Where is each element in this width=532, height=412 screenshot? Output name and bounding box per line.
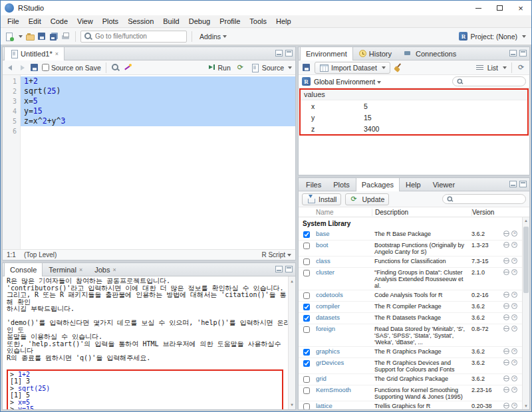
packages-scrollbar[interactable]: ▲ ▼: [522, 217, 529, 409]
package-checkbox[interactable]: [303, 349, 310, 356]
maximize-button[interactable]: [489, 1, 510, 15]
new-file-icon[interactable]: [5, 32, 14, 41]
code-line[interactable]: z=x^2+y^3: [21, 116, 295, 126]
menu-profile[interactable]: Profile: [215, 17, 245, 25]
package-remove-icon[interactable]: [511, 360, 517, 365]
tab-untitled1[interactable]: Untitled1* ×: [4, 47, 65, 60]
package-home-icon[interactable]: [503, 375, 509, 381]
package-checkbox[interactable]: [303, 292, 310, 299]
environment-tab-history[interactable]: History: [353, 47, 398, 60]
environment-scope-selector[interactable]: Global Environment: [314, 78, 381, 86]
package-home-icon[interactable]: [503, 303, 509, 309]
packages-tab-help[interactable]: Help: [400, 177, 427, 191]
menu-build[interactable]: Build: [158, 17, 184, 25]
package-checkbox[interactable]: [303, 376, 310, 383]
package-checkbox[interactable]: [303, 258, 310, 265]
forward-icon[interactable]: [18, 63, 27, 72]
install-button[interactable]: Install: [302, 193, 341, 205]
menu-session[interactable]: Session: [123, 17, 158, 25]
package-name-link[interactable]: codetools: [315, 292, 372, 298]
goto-file-input[interactable]: [95, 33, 184, 40]
save-icon[interactable]: [30, 63, 39, 72]
back-icon[interactable]: [6, 63, 15, 72]
package-remove-icon[interactable]: [511, 375, 517, 381]
editor-lines[interactable]: 1+2sqrt(25)x=5y=15z=x^2+y^3: [21, 75, 295, 249]
maximize-pane-icon[interactable]: [519, 50, 527, 56]
package-checkbox[interactable]: [303, 360, 310, 367]
project-selector[interactable]: Project: (None): [459, 32, 527, 41]
package-home-icon[interactable]: [503, 258, 509, 264]
minimize-pane-icon[interactable]: [275, 266, 283, 272]
environment-tab-connections[interactable]: Connections: [398, 47, 462, 60]
import-dataset-button[interactable]: Import Dataset: [315, 62, 390, 74]
chevron-down-icon[interactable]: [503, 66, 507, 69]
minimize-pane-icon[interactable]: [275, 50, 283, 56]
package-name-link[interactable]: compiler: [315, 303, 372, 310]
package-home-icon[interactable]: [503, 360, 509, 365]
package-remove-icon[interactable]: [511, 242, 517, 248]
console-scrollbar[interactable]: ▲ ▼: [288, 276, 295, 409]
print-icon[interactable]: [61, 32, 70, 41]
find-icon[interactable]: [111, 63, 120, 72]
package-remove-icon[interactable]: [511, 348, 517, 354]
package-home-icon[interactable]: [503, 403, 509, 409]
maximize-pane-icon[interactable]: [519, 181, 527, 187]
open-file-icon[interactable]: [25, 32, 35, 41]
menu-tools[interactable]: Tools: [245, 17, 271, 25]
console-tab-console[interactable]: Console: [4, 262, 43, 276]
menu-edit[interactable]: Edit: [24, 17, 46, 25]
name-column-header[interactable]: Name: [315, 209, 372, 216]
environment-variable-row[interactable]: z3400: [301, 123, 527, 134]
packages-tab-viewer[interactable]: Viewer: [427, 177, 461, 191]
run-button[interactable]: Run: [208, 64, 230, 72]
package-name-link[interactable]: KernSmooth: [315, 387, 372, 393]
close-tab-icon[interactable]: ×: [112, 266, 116, 273]
package-remove-icon[interactable]: [511, 387, 517, 393]
code-line[interactable]: [21, 126, 295, 136]
maximize-pane-icon[interactable]: [285, 266, 293, 272]
package-home-icon[interactable]: [503, 231, 509, 237]
packages-tab-packages[interactable]: Packages: [356, 177, 400, 191]
environment-search-input[interactable]: [466, 78, 523, 85]
package-name-link[interactable]: base: [315, 231, 372, 237]
package-checkbox[interactable]: [303, 387, 310, 394]
packages-tab-plots[interactable]: Plots: [327, 177, 355, 191]
list-view-icon[interactable]: [475, 63, 485, 72]
package-home-icon[interactable]: [503, 326, 509, 332]
environment-variable-row[interactable]: x5: [301, 100, 527, 112]
rerun-icon[interactable]: [236, 63, 245, 72]
code-line[interactable]: y=15: [21, 106, 295, 116]
minimize-pane-icon[interactable]: [509, 181, 517, 187]
package-home-icon[interactable]: [503, 387, 509, 393]
environment-variable-row[interactable]: y15: [301, 112, 527, 123]
package-name-link[interactable]: datasets: [315, 314, 372, 321]
package-checkbox[interactable]: [303, 304, 310, 310]
save-all-icon[interactable]: [49, 32, 59, 41]
scope-selector[interactable]: (Top Level): [24, 251, 57, 258]
code-line[interactable]: sqrt(25): [21, 86, 295, 96]
package-home-icon[interactable]: [503, 269, 509, 275]
save-icon[interactable]: [37, 32, 47, 41]
broom-icon[interactable]: [394, 63, 403, 72]
package-remove-icon[interactable]: [511, 314, 517, 320]
minimize-button[interactable]: [467, 1, 489, 15]
package-name-link[interactable]: class: [315, 258, 372, 264]
menu-view[interactable]: View: [72, 17, 98, 25]
package-home-icon[interactable]: [503, 348, 509, 354]
refresh-icon[interactable]: [517, 63, 526, 72]
console-output[interactable]: R은 많은 기여자들이 참여하는 공동프로젝트입니다.'contributors…: [3, 276, 295, 409]
wand-icon[interactable]: [123, 63, 132, 72]
package-checkbox[interactable]: [303, 270, 310, 276]
version-column-header[interactable]: Version: [471, 209, 503, 216]
package-remove-icon[interactable]: [511, 269, 517, 275]
package-remove-icon[interactable]: [511, 258, 517, 264]
package-remove-icon[interactable]: [511, 303, 517, 309]
package-name-link[interactable]: cluster: [315, 269, 372, 276]
menu-debug[interactable]: Debug: [184, 17, 215, 25]
package-remove-icon[interactable]: [511, 403, 517, 409]
minimize-pane-icon[interactable]: [509, 50, 517, 56]
package-name-link[interactable]: graphics: [315, 348, 372, 355]
source-button[interactable]: Source: [251, 63, 292, 72]
menu-help[interactable]: Help: [271, 17, 296, 25]
package-name-link[interactable]: lattice: [315, 403, 372, 409]
